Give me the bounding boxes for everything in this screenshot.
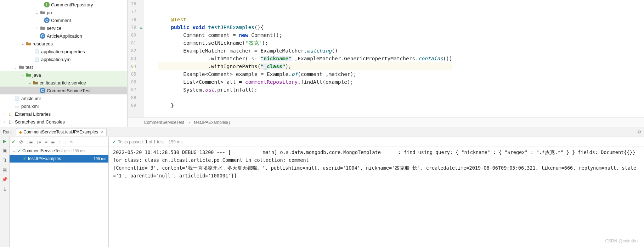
run-title: Run: [3, 130, 12, 135]
tree-item-po[interactable]: ⌄po [0, 9, 127, 16]
tree-item-article-application[interactable]: CArticleApplication [0, 32, 127, 40]
line-gutter[interactable]: 76 77 78 79▶ 80 81 82 83 84 85 86 87 88 … [128, 0, 144, 117]
sort-icon[interactable]: ↓≣ [27, 139, 33, 144]
tree-item-app-properties[interactable]: 📄application.properties [0, 48, 127, 55]
line-number: 85 [131, 70, 136, 78]
line-number: 81 [131, 39, 136, 47]
tree-label: External Libraries [15, 111, 51, 117]
expand-icon[interactable]: ≡ [45, 139, 48, 144]
chevron-down-icon[interactable]: ⌄ [21, 73, 25, 77]
line-number: 78 [131, 16, 136, 23]
tree-item-scratches[interactable]: ›⬚Scratches and Consoles [0, 118, 127, 126]
folder-icon [18, 64, 24, 70]
project-tree[interactable]: ICommentRepository ⌄po CComment ›service… [0, 0, 128, 127]
chevron-down-icon[interactable]: ⌄ [35, 11, 39, 15]
tree-label: po [47, 10, 52, 15]
tree-item-service[interactable]: ›service [0, 24, 127, 32]
tree-label: service [47, 26, 61, 31]
tree-label: application.yml [41, 57, 72, 62]
next-icon[interactable]: ↓ [64, 139, 67, 144]
tree-item-comment-service-test[interactable]: CCommentServiceTest [0, 87, 127, 94]
interface-icon: I [44, 2, 50, 7]
tree-item-comment[interactable]: CComment [0, 16, 127, 24]
tree-item-package[interactable]: ⌄cn.itcast.article.service [0, 79, 127, 87]
test-tree-panel: ✔ ⊘ ↓≣ ↓≡ ≡ ≣ ↑ ↓ » ⌄ ✔ CommentServiceTe… [10, 137, 109, 247]
line-number: 76 [131, 0, 136, 8]
properties-icon: 📄 [34, 49, 40, 54]
export-icon[interactable]: ⤓ [3, 186, 7, 192]
tree-item-article-iml[interactable]: 📄article.iml [0, 94, 127, 102]
pass-filter-icon[interactable]: ✔ [12, 139, 16, 144]
folder-icon [40, 10, 45, 15]
close-icon[interactable]: × [101, 130, 103, 135]
tree-item-java[interactable]: ⌄java [0, 71, 127, 79]
run-action-bar: ▶ ▣ ⇅ ▤ 📌 ⤓ [0, 137, 10, 247]
watermark: CSDN @calmtho [605, 238, 638, 243]
chevron-right-icon[interactable]: › [35, 26, 39, 30]
test-toolbar: ✔ ⊘ ↓≣ ↓≡ ≡ ≣ ↑ ↓ » [10, 137, 108, 147]
tree-label: test [26, 65, 33, 70]
test-meta: (cn.i 199 ms [64, 149, 85, 153]
tree-item-external-libs[interactable]: ›⬚External Libraries [0, 110, 127, 118]
class-icon: C [44, 17, 50, 23]
iml-icon: 📄 [14, 95, 20, 101]
test-name: testJPAExamples [28, 156, 61, 161]
toggle-icon[interactable]: ⇅ [3, 158, 7, 163]
chevron-down-icon[interactable]: ⌄ [12, 149, 16, 153]
line-number: 82 [131, 47, 136, 55]
gear-icon[interactable]: ⚙ [637, 130, 641, 135]
chevron-right-icon[interactable]: › [3, 120, 7, 124]
tree-label: ArticleApplication [47, 33, 82, 39]
prev-icon[interactable]: ↑ [58, 139, 61, 144]
line-number: 89 [131, 101, 136, 109]
check-icon: ✔ [17, 148, 21, 153]
collapse-icon[interactable]: ≣ [51, 139, 55, 144]
check-icon: ✔ [23, 156, 27, 161]
stop-icon[interactable]: ▣ [2, 148, 7, 153]
code-content[interactable]: @Test public void testJPAExamples(){ Com… [144, 0, 452, 117]
rerun-icon[interactable]: ▶ [3, 138, 6, 144]
check-icon: ✔ [112, 139, 116, 144]
resources-folder-icon [26, 41, 31, 46]
run-gutter-icon[interactable]: ▶ [140, 24, 142, 32]
tree-label: java [33, 72, 41, 78]
console-output[interactable]: 2022-05-20 10:41:28.530 DEBUG 13200 --- … [109, 147, 644, 247]
run-tab-label: CommentServiceTest.testJPAExamples [23, 130, 98, 135]
pin-icon[interactable]: 📌 [2, 177, 7, 182]
tree-item-pom[interactable]: mpom.xml [0, 102, 127, 110]
chevron-down-icon[interactable]: ⌄ [21, 42, 25, 46]
tree-label: pom.xml [21, 104, 39, 109]
scratch-icon: ⬚ [8, 119, 13, 125]
run-tab[interactable]: ◆ CommentServiceTest.testJPAExamples × [16, 128, 107, 136]
line-number: 79▶ [131, 23, 136, 31]
tree-item-test[interactable]: ⌄test [0, 63, 127, 71]
code-editor: 76 77 78 79▶ 80 81 82 83 84 85 86 87 88 … [128, 0, 644, 127]
folder-icon [40, 25, 45, 31]
sort-alpha-icon[interactable]: ↓≡ [36, 139, 41, 144]
line-number: 87 [131, 86, 136, 94]
tree-item-resources[interactable]: ⌄resources [0, 40, 127, 48]
tree-item-comment-repository[interactable]: ICommentRepository [0, 1, 127, 9]
breadcrumb-method[interactable]: testJPAExamples() [194, 120, 230, 125]
chevron-right-icon[interactable]: › [3, 112, 7, 116]
more-icon[interactable]: » [70, 139, 73, 144]
tree-item-app-yml[interactable]: 📄application.yml [0, 55, 127, 63]
chevron-down-icon[interactable]: ⌄ [13, 65, 18, 69]
yml-icon: 📄 [34, 56, 40, 62]
run-tool-header: Run: ◆ CommentServiceTest.testJPAExample… [0, 127, 644, 137]
breadcrumb[interactable]: CommentServiceTest › testJPAExamples() [128, 117, 644, 127]
test-duration: 199 ms [94, 157, 106, 161]
run-config-icon: ◆ [19, 130, 22, 134]
breadcrumb-class[interactable]: CommentServiceTest [144, 120, 184, 125]
chevron-down-icon[interactable]: ⌄ [28, 81, 32, 85]
tree-label: CommentServiceTest [47, 88, 91, 93]
line-number: 84 [131, 62, 136, 70]
line-number: 86 [131, 78, 136, 86]
test-child-row[interactable]: ✔ testJPAExamples 199 ms [10, 155, 108, 163]
test-root-row[interactable]: ⌄ ✔ CommentServiceTest (cn.i 199 ms [10, 147, 108, 155]
layout-icon[interactable]: ▤ [2, 167, 7, 172]
tree-label: article.iml [21, 96, 41, 101]
line-number: 83 [131, 55, 136, 62]
fail-filter-icon[interactable]: ⊘ [19, 139, 23, 144]
test-status-bar: ✔ Tests passed: 1 of 1 test – 199 ms [109, 137, 644, 147]
